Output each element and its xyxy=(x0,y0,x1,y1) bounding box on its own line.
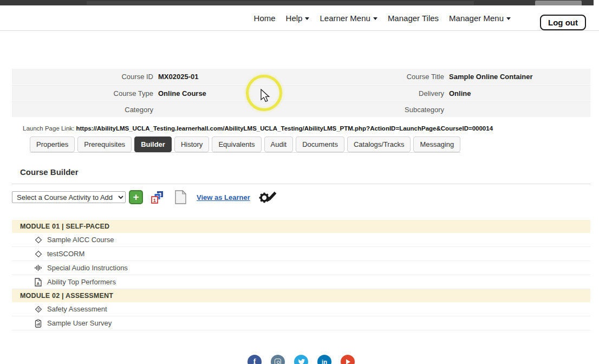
launch-link-label: Launch Page Link: xyxy=(23,125,74,132)
youtube-icon[interactable] xyxy=(341,355,355,364)
module-item-label: Sample AICC Course xyxy=(47,236,114,244)
nav-label: Manager Tiles xyxy=(388,14,439,23)
subcategory-label: Subcategory xyxy=(306,106,445,114)
nav-label: Home xyxy=(254,14,276,23)
nav-label: Manager Menu xyxy=(449,14,504,23)
nav-label: Help xyxy=(286,14,303,23)
audio-waveform-icon xyxy=(34,264,43,272)
course-info-table: Course ID MX02025-01 Course Title Sample… xyxy=(12,69,590,118)
tab-messaging[interactable]: Messaging xyxy=(413,136,460,152)
top-bar-chip xyxy=(535,1,582,5)
top-bar-inset xyxy=(87,1,474,5)
nav-item-home[interactable]: Home xyxy=(254,14,276,23)
nav-label: Learner Menu xyxy=(320,14,370,23)
chevron-down-icon xyxy=(305,17,309,20)
nav-item-help[interactable]: Help xyxy=(286,14,310,23)
course-type-value: Online Course xyxy=(154,89,306,98)
content-diamond-icon xyxy=(34,250,43,258)
launch-link-url: https://AbilityLMS_UCLA_Testing.learnerh… xyxy=(76,125,493,132)
tab-documents[interactable]: Documents xyxy=(296,136,344,152)
launch-page-link-line: Launch Page Link: https://AbilityLMS_UCL… xyxy=(23,125,590,132)
linkedin-icon[interactable]: in xyxy=(317,355,331,364)
chevron-down-icon xyxy=(506,17,511,20)
page-content: Course ID MX02025-01 Course Title Sample… xyxy=(12,69,590,330)
module-item-safety-assessment[interactable]: ? Safety Assessment xyxy=(12,302,590,316)
delivery-label: Delivery xyxy=(306,89,445,98)
svg-text:?: ? xyxy=(37,307,40,311)
pdf-document-icon: A xyxy=(34,278,43,287)
course-id-value: MX02025-01 xyxy=(154,73,306,81)
module-item-label: Safety Assessment xyxy=(47,305,107,313)
new-document-icon[interactable] xyxy=(175,190,186,204)
assessment-diamond-question-icon: ? xyxy=(34,305,43,314)
svg-text:A: A xyxy=(37,281,40,285)
svg-text:1: 1 xyxy=(153,198,156,203)
footer-social-links: f in xyxy=(248,355,355,364)
builder-toolbar: Select a Course Activity to Add + 3 2 1 … xyxy=(12,190,590,204)
module-item-label: Sample User Survey xyxy=(47,319,112,327)
module-item-label: testSCORM xyxy=(47,250,84,258)
facebook-icon[interactable]: f xyxy=(248,355,262,364)
course-type-label: Course Type xyxy=(12,89,154,98)
module-item-special-audio-instructions[interactable]: Special Audio Instructions xyxy=(12,261,590,275)
module-item-testscorm[interactable]: testSCORM xyxy=(12,247,590,261)
delivery-value: Online xyxy=(445,89,590,98)
nav-item-manager-menu[interactable]: Manager Menu xyxy=(449,14,511,23)
info-row-course-type: Course Type Online Course Delivery Onlin… xyxy=(12,85,590,101)
section-divider xyxy=(12,184,590,184)
renumber-pages-icon[interactable]: 3 2 1 xyxy=(151,191,164,204)
module-01-header: MODULE 01 | SELF-PACED xyxy=(12,220,590,233)
tab-catalogs-tracks[interactable]: Catalogs/Tracks xyxy=(347,136,411,152)
category-label: Category xyxy=(12,106,154,114)
module-item-label: Ability Top Performers xyxy=(47,278,116,286)
nav-item-learner-menu[interactable]: Learner Menu xyxy=(320,14,377,23)
add-activity-button[interactable]: + xyxy=(129,190,143,204)
course-builder-module-list: MODULE 01 | SELF-PACED Sample AICC Cours… xyxy=(12,220,590,330)
view-as-learner-link[interactable]: View as Learner xyxy=(197,193,250,202)
tab-history[interactable]: History xyxy=(174,136,209,152)
tab-properties[interactable]: Properties xyxy=(30,136,75,152)
page-title: Course Builder xyxy=(20,167,590,177)
instagram-icon[interactable] xyxy=(271,355,285,364)
edit-settings-gear-pencil-icon[interactable] xyxy=(259,190,276,204)
module-item-sample-aicc-course[interactable]: Sample AICC Course xyxy=(12,233,590,247)
module-item-sample-user-survey[interactable]: Sample User Survey xyxy=(12,316,590,330)
course-title-value: Sample Online Container xyxy=(445,73,590,81)
survey-clipboard-chart-icon xyxy=(34,319,43,328)
module-item-label: Special Audio Instructions xyxy=(47,264,128,272)
tab-audit[interactable]: Audit xyxy=(264,136,294,152)
tab-prerequisites[interactable]: Prerequisites xyxy=(77,136,132,152)
content-diamond-icon xyxy=(34,236,43,244)
info-row-category: Category Subcategory xyxy=(12,101,590,118)
info-row-course-id: Course ID MX02025-01 Course Title Sample… xyxy=(12,69,590,85)
logout-button[interactable]: Log out xyxy=(540,15,586,30)
course-tabs-bar: Properties Prerequisites Builder History… xyxy=(30,136,460,153)
course-title-label: Course Title xyxy=(306,73,445,81)
chevron-down-icon xyxy=(373,17,377,20)
module-02-header: MODULE 02 | ASSESSMENT xyxy=(12,289,590,302)
nav-item-manager-tiles[interactable]: Manager Tiles xyxy=(388,14,439,23)
add-activity-select[interactable]: Select a Course Activity to Add xyxy=(12,191,126,203)
twitter-icon[interactable] xyxy=(294,355,308,364)
browser-top-bar xyxy=(0,0,594,5)
tab-equivalents[interactable]: Equivalents xyxy=(212,136,261,152)
module-item-ability-top-performers[interactable]: A Ability Top Performers xyxy=(12,275,590,289)
tab-builder[interactable]: Builder xyxy=(134,136,172,152)
main-navbar: Home Help Learner Menu Manager Tiles Man… xyxy=(0,5,599,31)
course-id-label: Course ID xyxy=(12,73,154,81)
